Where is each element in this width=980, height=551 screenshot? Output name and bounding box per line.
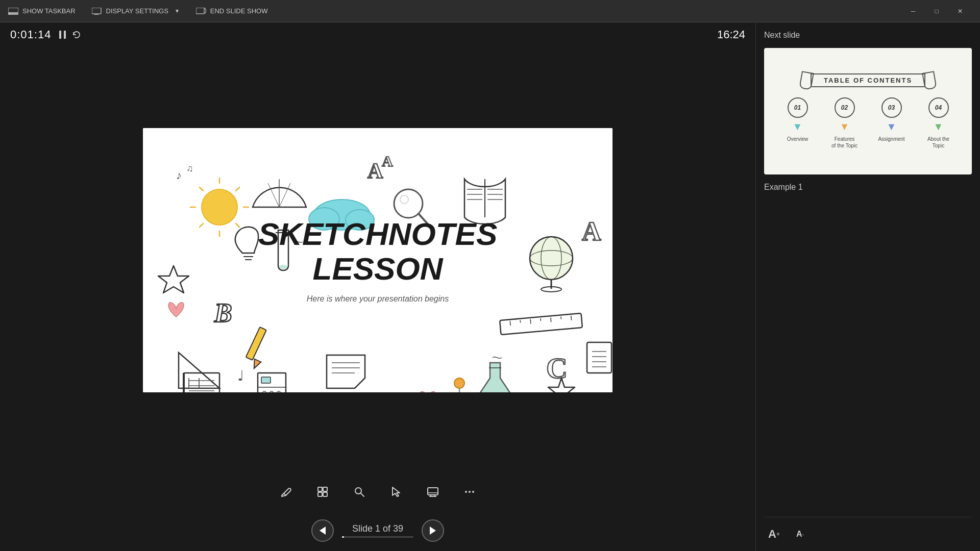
display-settings-button[interactable]: DISPLAY SETTINGS ▼ (92, 7, 180, 15)
svg-marker-52 (251, 359, 261, 370)
svg-line-70 (279, 183, 290, 207)
svg-point-92 (355, 488, 361, 494)
svg-line-17 (236, 187, 239, 191)
svg-marker-103 (320, 527, 326, 535)
slide-progress-bar (342, 536, 413, 538)
svg-text:C: C (546, 352, 568, 385)
svg-rect-88 (318, 487, 322, 491)
pointer-tool-button[interactable] (384, 480, 408, 504)
svg-marker-94 (393, 487, 400, 496)
elapsed-timer: 0:01:14 (10, 28, 51, 41)
decrease-font-button[interactable]: A- (792, 525, 808, 543)
svg-point-102 (472, 491, 474, 493)
svg-rect-89 (323, 487, 327, 491)
svg-rect-77 (261, 377, 271, 383)
toc-preview: TABLE OF CONTENTS 01 ▼ Overview 02 ▼ Fea… (764, 48, 972, 174)
svg-rect-51 (246, 327, 266, 360)
main-layout: 0:01:14 16:24 (0, 22, 980, 551)
toc-item-features: 02 ▼ Featuresof the Topic (826, 97, 863, 149)
svg-rect-76 (258, 373, 286, 392)
top-bar: SHOW TASKBAR DISPLAY SETTINGS ▼ END SLID… (0, 0, 980, 22)
svg-point-38 (530, 251, 573, 266)
svg-point-11 (202, 189, 237, 225)
nav-area: Slide 1 of 39 (342, 523, 413, 538)
toc-label-3: Assignment (878, 136, 904, 142)
toc-title: TABLE OF CONTENTS (811, 73, 925, 87)
svg-text:A: A (382, 153, 393, 169)
svg-line-93 (361, 493, 364, 496)
right-panel: Next slide TABLE OF CONTENTS 01 ▼ Overvi… (755, 22, 980, 551)
slide-frame: B ♪ ♫ ♩ A (143, 128, 612, 392)
svg-text:A: A (582, 217, 601, 246)
svg-point-101 (469, 491, 471, 493)
end-slideshow-label: END SLIDE SHOW (210, 7, 268, 15)
window-controls: ─ □ ✕ (901, 0, 972, 22)
svg-rect-10 (64, 31, 66, 39)
svg-point-2 (9, 13, 11, 14)
maximize-button[interactable]: □ (925, 0, 948, 22)
end-slideshow-icon (196, 7, 206, 15)
svg-text:A: A (368, 159, 383, 183)
toc-num-4: 04 (928, 97, 949, 118)
svg-text:♫: ♫ (186, 163, 193, 173)
zoom-tool-button[interactable] (347, 480, 372, 504)
taskbar-icon (8, 7, 18, 15)
pause-button[interactable] (59, 31, 66, 39)
svg-line-8 (205, 11, 206, 14)
display-tool-button[interactable] (421, 480, 445, 504)
grid-tool-button[interactable] (310, 480, 335, 504)
pen-tool-button[interactable] (274, 480, 298, 504)
end-slideshow-button[interactable]: END SLIDE SHOW (196, 7, 268, 15)
svg-point-36 (530, 237, 573, 280)
minimize-button[interactable]: ─ (901, 0, 925, 22)
svg-rect-28 (500, 313, 582, 335)
show-taskbar-label: SHOW TASKBAR (22, 7, 76, 15)
clock-display: 16:24 (717, 28, 745, 41)
timer-controls (59, 31, 81, 39)
toc-items: 01 ▼ Overview 02 ▼ Featuresof the Topic … (779, 97, 957, 149)
svg-text:B: B (214, 298, 232, 328)
dropdown-arrow-icon: ▼ (175, 8, 180, 14)
svg-rect-3 (92, 8, 101, 14)
slide-progress-fill (342, 536, 344, 538)
svg-text:♪: ♪ (176, 169, 182, 182)
svg-rect-91 (323, 492, 327, 496)
nav-bar: Slide 1 of 39 (0, 510, 755, 551)
svg-rect-62 (587, 342, 611, 373)
more-options-button[interactable] (457, 480, 482, 504)
show-taskbar-button[interactable]: SHOW TASKBAR (8, 7, 76, 15)
svg-point-24 (394, 189, 423, 218)
toc-icon-1: ▼ (793, 121, 803, 133)
svg-rect-71 (184, 373, 219, 392)
svg-marker-61 (548, 378, 575, 392)
timer-bar: 0:01:14 16:24 (0, 22, 755, 47)
toc-num-1: 01 (788, 97, 808, 118)
svg-line-19 (236, 223, 239, 227)
next-slide-label: Next slide (764, 31, 972, 40)
close-button[interactable]: ✕ (948, 0, 972, 22)
toc-item-assignment: 03 ▼ Assignment (873, 97, 910, 149)
toc-label-2: Featuresof the Topic (831, 136, 857, 149)
font-controls: A+ A- (764, 517, 972, 543)
svg-point-26 (400, 195, 408, 204)
svg-marker-48 (179, 353, 219, 388)
svg-line-33 (551, 317, 551, 322)
slide-main-title-line1: SKETCHNOTES (258, 217, 497, 252)
toc-num-2: 02 (835, 97, 855, 118)
toc-icon-2: ▼ (840, 121, 850, 133)
svg-line-35 (571, 316, 572, 320)
next-slide-button[interactable] (422, 519, 444, 542)
slide-toolbar (0, 473, 755, 510)
reset-button[interactable] (72, 31, 81, 39)
increase-font-button[interactable]: A+ (764, 525, 784, 543)
svg-text:♩: ♩ (237, 368, 244, 384)
prev-slide-button[interactable] (311, 519, 334, 542)
slide-content: B ♪ ♫ ♩ A (143, 128, 612, 392)
svg-point-80 (270, 391, 274, 392)
toc-item-about: 04 ▼ About theTopic (920, 97, 957, 149)
svg-line-69 (268, 183, 279, 207)
slide-container: B ♪ ♫ ♩ A (0, 47, 755, 473)
svg-point-58 (454, 378, 464, 388)
toc-icon-3: ▼ (887, 121, 897, 133)
slide-main-title-line2: LESSON (258, 252, 497, 286)
